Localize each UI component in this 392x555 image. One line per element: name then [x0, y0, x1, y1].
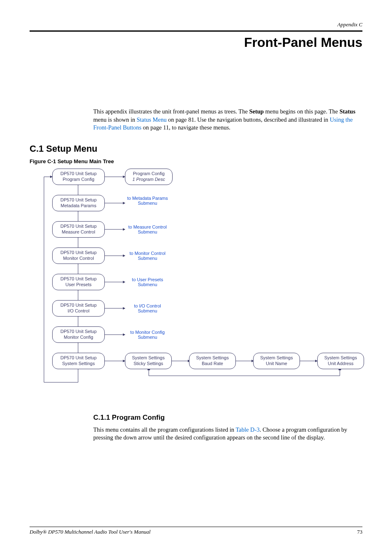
chapter-title: Front-Panel Menus — [30, 35, 362, 50]
node-program-config-detail: Program Config 1 Program Desc — [125, 169, 173, 185]
sublink-io-control[interactable]: to I/O Control Submenu — [125, 303, 170, 314]
node-system-settings: DP570 Unit Setup System Settings — [52, 353, 105, 369]
intro-paragraph: This appendix illustrates the unit front… — [93, 108, 362, 132]
node-user-presets: DP570 Unit Setup User Presets — [52, 274, 105, 290]
node-measure-control: DP570 Unit Setup Measure Control — [52, 221, 105, 238]
sublink-monitor-control[interactable]: to Monitor Control Submenu — [125, 251, 170, 261]
footer-rule — [30, 527, 362, 527]
node-io-control: DP570 Unit Setup I/O Control — [52, 300, 105, 317]
node-sticky-settings: System Settings Sticky Settings — [125, 353, 172, 369]
header-rule — [30, 30, 362, 32]
setup-menu-diagram: DP570 Unit Setup Program Config DP570 Un… — [30, 167, 362, 397]
header-appendix: Appendix C — [30, 21, 362, 28]
pc-t1: This menu contains all the program confi… — [93, 426, 235, 433]
node-unit-name: System Settings Unit Name — [253, 353, 300, 369]
intro-setup-bold: Setup — [249, 108, 263, 115]
node-baud-rate: System Settings Baud Rate — [189, 353, 236, 369]
footer-page-number: 73 — [357, 529, 362, 535]
node-monitor-config: DP570 Unit Setup Monitor Config — [52, 326, 105, 343]
link-status-menu[interactable]: Status Menu — [137, 116, 167, 123]
setup-menu-heading: C.1 Setup Menu — [30, 143, 362, 154]
sublink-user-presets[interactable]: to User Presets Submenu — [125, 277, 170, 287]
intro-t6: on page 81. Use the navigation buttons, … — [166, 116, 330, 123]
program-config-paragraph: This menu contains all the program confi… — [93, 426, 362, 442]
intro-t1: This appendix illustrates the unit front… — [93, 108, 249, 115]
intro-status-bold: Status — [339, 108, 355, 115]
figure-caption: Figure C-1 Setup Menu Main Tree — [30, 158, 362, 164]
page-footer: Dolby® DP570 Multichannel Audio Tool Use… — [30, 527, 362, 535]
sublink-metadata-params[interactable]: to Metadata Params Submenu — [125, 196, 170, 206]
link-table-d3[interactable]: Table D-3 — [235, 426, 259, 433]
intro-t5: menu is shown in — [93, 116, 137, 123]
node-metadata-params: DP570 Unit Setup Metadata Params — [52, 195, 105, 211]
node-unit-address: System Settings Unit Address — [317, 353, 364, 369]
program-config-heading: C.1.1 Program Config — [93, 414, 362, 422]
sublink-monitor-config[interactable]: to Monitor Config Submenu — [125, 330, 170, 340]
sublink-measure-control[interactable]: to Measure Control Submenu — [125, 224, 170, 235]
intro-t3: menu begins on this page. The — [264, 108, 339, 115]
footer-manual-title: Dolby® DP570 Multichannel Audio Tool Use… — [30, 529, 150, 535]
node-monitor-control: DP570 Unit Setup Monitor Control — [52, 247, 105, 264]
node-program-config: DP570 Unit Setup Program Config — [52, 169, 105, 185]
intro-t7: on page 11, to navigate these menus. — [141, 124, 231, 131]
